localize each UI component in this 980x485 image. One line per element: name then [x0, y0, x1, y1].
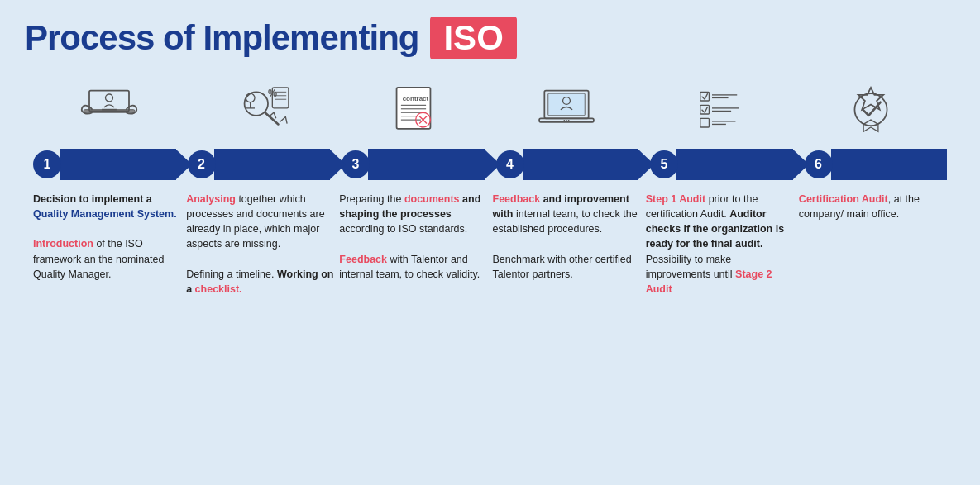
step-5-stage2-link: Stage 2 Audit: [646, 269, 772, 295]
step-5-content: Step 1 Audit prior to the certification …: [646, 192, 799, 297]
step-1-arrow: [60, 149, 176, 180]
step-1-content: Decision to implement a Quality Manageme…: [33, 192, 186, 297]
step-4-content: Feedback and improvement with internal t…: [493, 192, 646, 297]
step-4-number: 4: [496, 150, 524, 178]
step-5-audit1-link: Step 1 Audit: [646, 193, 705, 205]
step-5-number: 5: [650, 150, 678, 178]
laptop-icon: [500, 74, 633, 140]
step-3-number: 3: [342, 150, 370, 178]
step-1-qms-link: Quality Management System.: [33, 208, 177, 220]
step-2-analysing-link: Analysing: [186, 193, 236, 205]
step-3-feedback-link: Feedback: [339, 254, 387, 265]
step-3-content: Preparing the documents and shaping the …: [339, 192, 492, 297]
step-5-arrow: [676, 149, 793, 180]
svg-point-6: [246, 93, 256, 102]
svg-text:contract: contract: [403, 95, 429, 102]
step-2-checklist-link: checklist.: [195, 283, 242, 295]
svg-point-28: [563, 120, 565, 121]
step-1-intro-link: Introduction: [33, 238, 93, 250]
step-3-arrow: [368, 149, 485, 180]
certificate-icon: [805, 74, 937, 140]
content-row: Decision to implement a Quality Manageme…: [25, 192, 955, 297]
iso-badge: ISO: [430, 17, 516, 59]
svg-point-30: [567, 120, 569, 121]
analysis-icon: %: [195, 74, 327, 140]
svg-rect-1: [89, 91, 129, 112]
checklist-icon: [653, 74, 785, 140]
svg-point-40: [854, 93, 887, 126]
step-2-number: 2: [188, 150, 216, 178]
step-1-bold: Decision to implement a Quality Manageme…: [33, 193, 177, 220]
step-6-cert-link: Certification Audit: [799, 193, 888, 205]
step-3-docs-link: documents: [404, 193, 460, 205]
handshake-icon: [43, 74, 175, 140]
svg-point-29: [566, 120, 567, 121]
step-6-arrow: [831, 149, 948, 180]
step-2-content: Analysing together which processes and d…: [186, 192, 339, 297]
svg-point-3: [106, 94, 113, 102]
step-4-arrow: [523, 149, 639, 180]
step-2-bold: Working on a checklist.: [186, 269, 333, 295]
step-4-feedback-link: Feedback: [493, 193, 541, 205]
page: Process of Implementing ISO: [0, 0, 980, 485]
contract-icon: contract: [347, 74, 480, 140]
svg-rect-37: [700, 118, 709, 127]
step-1-number: 1: [33, 150, 61, 178]
step-6-content: Certification Audit, at the company/ mai…: [799, 192, 947, 297]
arrow-row: 1 2 3 4 5 6: [25, 149, 955, 180]
step-2-arrow: [214, 149, 331, 180]
icons-row: % contract: [25, 74, 955, 140]
page-title: Process of Implementing: [25, 18, 418, 58]
step-5-bold: Auditor checks if the organization is re…: [646, 208, 784, 250]
header: Process of Implementing ISO: [25, 17, 955, 59]
step-6-number: 6: [805, 150, 833, 178]
